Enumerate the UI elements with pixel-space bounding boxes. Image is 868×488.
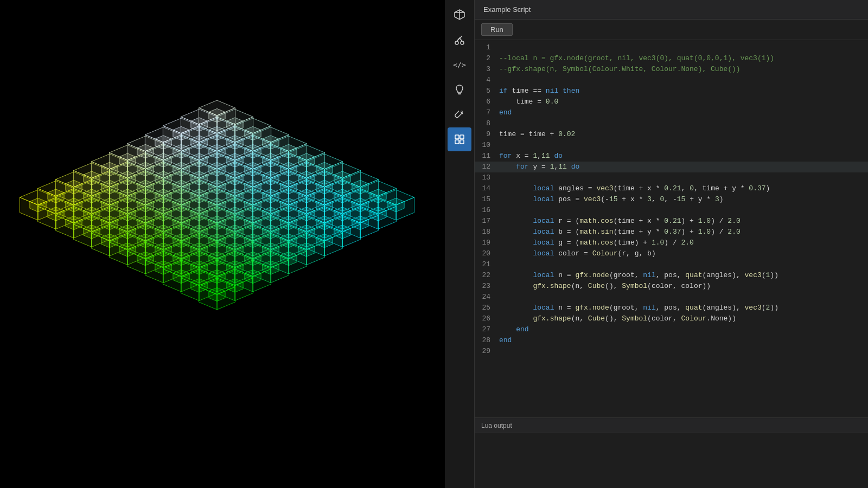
line-number: 5	[475, 86, 499, 97]
line-content	[499, 75, 503, 86]
code-line: 17 local r = (math.cos(time + x * 0.21) …	[475, 216, 868, 227]
line-content	[499, 292, 503, 303]
line-content: time = time + 0.02	[499, 129, 575, 140]
line-content: local color = Colour(r, g, b)	[499, 248, 656, 259]
line-content	[499, 42, 503, 53]
code-line: 14 local angles = vec3(time + x * 0.21, …	[475, 183, 868, 194]
line-number: 14	[475, 183, 499, 194]
line-content: local g = (math.cos(time) + 1.0) / 2.0	[499, 237, 694, 248]
line-content: --gfx.shape(n, Symbol(Colour.White, Colo…	[499, 64, 741, 75]
code-line: 25 local n = gfx.node(groot, nil, pos, q…	[475, 303, 868, 313]
code-line: 19 local g = (math.cos(time) + 1.0) / 2.…	[475, 237, 868, 248]
line-number: 20	[475, 248, 499, 259]
line-number: 12	[475, 162, 499, 172]
line-number: 24	[475, 292, 499, 303]
line-number: 3	[475, 64, 499, 75]
sidebar-item-bulb[interactable]	[448, 78, 471, 101]
code-line: 13	[475, 172, 868, 183]
code-line: 2--local n = gfx.node(groot, nil, vec3(0…	[475, 53, 868, 64]
sidebar-item-grid[interactable]	[448, 127, 471, 151]
line-content: end	[499, 324, 529, 335]
line-number: 25	[475, 303, 499, 313]
line-content: for x = 1,11 do	[499, 151, 563, 162]
code-line: 12 for y = 1,11 do	[475, 162, 868, 172]
line-number: 2	[475, 53, 499, 64]
run-button[interactable]: Run	[481, 23, 513, 36]
line-number: 28	[475, 335, 499, 346]
line-content: for y = 1,11 do	[499, 162, 579, 172]
sidebar-item-wrench[interactable]	[448, 102, 471, 126]
line-content	[499, 346, 503, 357]
line-number: 9	[475, 129, 499, 140]
sidebar-item-cube[interactable]	[448, 3, 471, 27]
panel-header: Example Script	[475, 0, 868, 20]
line-number: 26	[475, 313, 499, 324]
sidebar-item-cut[interactable]	[448, 28, 471, 52]
svg-rect-4	[455, 140, 459, 144]
code-line: 1	[475, 42, 868, 53]
line-number: 6	[475, 97, 499, 107]
line-content: gfx.shape(n, Cube(), Symbol(color, Colou…	[499, 313, 736, 324]
line-content: end	[499, 335, 512, 346]
code-line: 3--gfx.shape(n, Symbol(Colour.White, Col…	[475, 64, 868, 75]
line-number: 7	[475, 107, 499, 118]
output-content	[475, 433, 868, 488]
code-line: 11for x = 1,11 do	[475, 151, 868, 162]
code-line: 22 local n = gfx.node(groot, nil, pos, q…	[475, 270, 868, 281]
line-number: 18	[475, 227, 499, 237]
sidebar: </>	[445, 0, 475, 488]
line-content	[499, 259, 503, 270]
line-number: 8	[475, 118, 499, 129]
line-number: 27	[475, 324, 499, 335]
code-line: 26 gfx.shape(n, Cube(), Symbol(color, Co…	[475, 313, 868, 324]
line-content: local n = gfx.node(groot, nil, pos, quat…	[499, 270, 778, 281]
code-line: 7end	[475, 107, 868, 118]
line-number: 23	[475, 281, 499, 292]
svg-rect-2	[455, 135, 459, 139]
code-line: 15 local pos = vec3(-15 + x * 3, 0, -15 …	[475, 194, 868, 205]
line-content: if time == nil then	[499, 86, 579, 97]
line-content: time = 0.0	[499, 97, 558, 107]
line-number: 4	[475, 75, 499, 86]
code-line: 10	[475, 140, 868, 151]
svg-point-1	[461, 41, 464, 44]
line-number: 16	[475, 205, 499, 216]
code-editor[interactable]: 1 2--local n = gfx.node(groot, nil, vec3…	[475, 40, 868, 418]
toolbar: Run	[475, 20, 868, 40]
line-content: local r = (math.cos(time + x * 0.21) + 1…	[499, 216, 741, 227]
svg-point-0	[455, 41, 458, 44]
code-line: 23 gfx.shape(n, Cube(), Symbol(color, co…	[475, 281, 868, 292]
line-number: 11	[475, 151, 499, 162]
svg-rect-5	[460, 140, 464, 144]
output-header: Lua output	[475, 418, 868, 433]
line-content: local n = gfx.node(groot, nil, pos, quat…	[499, 303, 778, 313]
line-number: 13	[475, 172, 499, 183]
line-content	[499, 118, 503, 129]
line-number: 21	[475, 259, 499, 270]
line-content	[499, 172, 503, 183]
panel-title: Example Script	[483, 5, 531, 14]
code-line: 20 local color = Colour(r, g, b)	[475, 248, 868, 259]
line-number: 22	[475, 270, 499, 281]
code-line: 8	[475, 118, 868, 129]
code-line: 18 local b = (math.sin(time + y * 0.37) …	[475, 227, 868, 237]
line-number: 15	[475, 194, 499, 205]
code-line: 9time = time + 0.02	[475, 129, 868, 140]
code-line: 6 time = 0.0	[475, 97, 868, 107]
sidebar-item-code[interactable]: </>	[448, 53, 471, 76]
right-panel: Example Script Run 1 2--local n = gfx.no…	[475, 0, 868, 488]
line-number: 19	[475, 237, 499, 248]
output-label: Lua output	[481, 422, 512, 429]
output-section: Lua output	[475, 418, 868, 488]
line-content: end	[499, 107, 512, 118]
line-number: 10	[475, 140, 499, 151]
line-content: gfx.shape(n, Cube(), Symbol(color, color…	[499, 281, 711, 292]
code-line: 5if time == nil then	[475, 86, 868, 97]
cube-canvas	[0, 0, 445, 488]
line-content	[499, 205, 503, 216]
3d-viewport[interactable]	[0, 0, 445, 488]
svg-rect-3	[460, 135, 464, 139]
line-content	[499, 140, 503, 151]
code-line: 27 end	[475, 324, 868, 335]
line-content: --local n = gfx.node(groot, nil, vec3(0)…	[499, 53, 774, 64]
